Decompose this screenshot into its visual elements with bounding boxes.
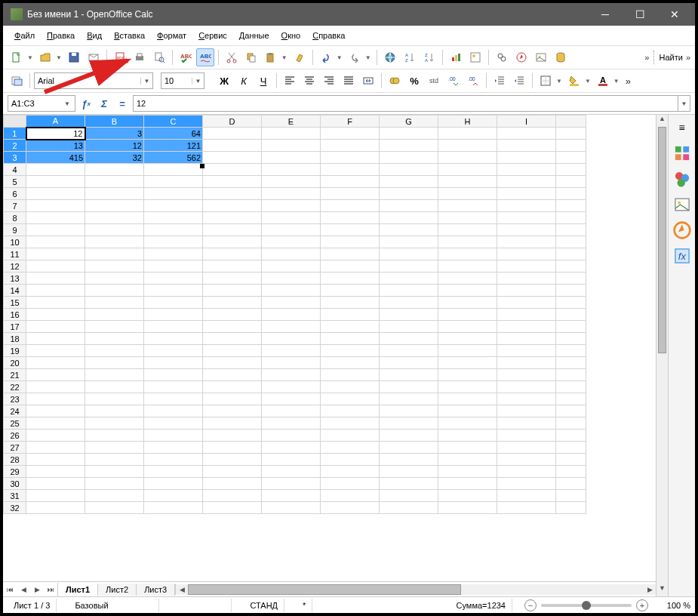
cell-I21[interactable] bbox=[497, 369, 556, 381]
cell-E1[interactable] bbox=[262, 128, 321, 140]
cell-H28[interactable] bbox=[438, 454, 497, 466]
cell-E28[interactable] bbox=[262, 454, 321, 466]
cell-H12[interactable] bbox=[438, 260, 497, 273]
cell-H13[interactable] bbox=[438, 273, 497, 285]
cell-A22[interactable] bbox=[26, 381, 85, 393]
select-all-corner[interactable] bbox=[4, 116, 26, 128]
menu-правка[interactable]: Правка bbox=[42, 29, 80, 42]
cell-B4[interactable] bbox=[85, 164, 144, 176]
sort-asc-button[interactable]: AZ bbox=[401, 48, 419, 66]
cell-B11[interactable] bbox=[85, 248, 144, 260]
cell-A26[interactable] bbox=[26, 430, 85, 442]
hscroll-thumb[interactable] bbox=[188, 584, 461, 595]
cell-C16[interactable] bbox=[144, 309, 203, 321]
cell-G22[interactable] bbox=[380, 381, 438, 393]
cell-A5[interactable] bbox=[26, 176, 85, 188]
preview-button[interactable] bbox=[150, 48, 168, 66]
sum-button[interactable]: Σ bbox=[97, 96, 112, 111]
name-box[interactable]: ▼ bbox=[8, 95, 75, 112]
cell-C6[interactable] bbox=[144, 188, 203, 200]
align-justify-button[interactable] bbox=[340, 72, 358, 90]
row-header-22[interactable]: 22 bbox=[4, 381, 26, 393]
cell-B19[interactable] bbox=[85, 345, 144, 357]
row-header-24[interactable]: 24 bbox=[4, 405, 26, 417]
cell-B14[interactable] bbox=[85, 285, 144, 297]
cell-D19[interactable] bbox=[203, 345, 262, 357]
find-overflow-button[interactable]: » bbox=[686, 53, 690, 62]
cell-G1[interactable] bbox=[380, 128, 438, 140]
cell-C21[interactable] bbox=[144, 369, 203, 381]
paste-dropdown[interactable]: ▼ bbox=[280, 54, 289, 61]
cell-I32[interactable] bbox=[497, 502, 556, 514]
cell-A32[interactable] bbox=[26, 502, 85, 514]
cell-H22[interactable] bbox=[438, 381, 497, 393]
sidebar-navigator-button[interactable] bbox=[672, 220, 692, 240]
zoom-out-button[interactable]: − bbox=[524, 599, 537, 611]
italic-button[interactable]: К bbox=[235, 72, 253, 90]
cell-C31[interactable] bbox=[144, 490, 203, 502]
cell-B10[interactable] bbox=[85, 236, 144, 248]
sidebar-functions-button[interactable]: fx bbox=[672, 246, 692, 266]
cell-C22[interactable] bbox=[144, 381, 203, 393]
cell-E10[interactable] bbox=[262, 236, 321, 248]
cell-B3[interactable]: 32 bbox=[85, 152, 144, 164]
cell-G30[interactable] bbox=[380, 478, 438, 490]
cell-H31[interactable] bbox=[438, 490, 497, 502]
cell-E9[interactable] bbox=[262, 224, 321, 236]
sidebar-menu-button[interactable]: ≡ bbox=[672, 118, 692, 137]
row-header-15[interactable]: 15 bbox=[4, 297, 26, 309]
cell-H9[interactable] bbox=[438, 224, 497, 236]
cell-F4[interactable] bbox=[321, 164, 380, 176]
cell-E30[interactable] bbox=[262, 478, 321, 490]
show-draw-button[interactable] bbox=[466, 48, 484, 66]
cell-A27[interactable] bbox=[26, 442, 85, 454]
row-header-20[interactable]: 20 bbox=[4, 357, 26, 369]
cell-C20[interactable] bbox=[144, 357, 203, 369]
cell-C15[interactable] bbox=[144, 297, 203, 309]
cell-F28[interactable] bbox=[321, 454, 380, 466]
cell-A29[interactable] bbox=[26, 466, 85, 478]
cell-E21[interactable] bbox=[262, 369, 321, 381]
sheet-tab-3[interactable]: Лист3 bbox=[137, 584, 175, 596]
cell-I25[interactable] bbox=[497, 417, 556, 430]
cell-E7[interactable] bbox=[262, 200, 321, 212]
find-replace-button[interactable] bbox=[493, 48, 511, 66]
cell-D25[interactable] bbox=[203, 417, 262, 430]
cell-B13[interactable] bbox=[85, 273, 144, 285]
cell-G32[interactable] bbox=[380, 502, 438, 514]
open-button[interactable] bbox=[36, 48, 54, 66]
cell-A12[interactable] bbox=[26, 260, 85, 273]
sort-desc-button[interactable]: ZA bbox=[420, 48, 438, 66]
cell-H24[interactable] bbox=[438, 405, 497, 417]
sheet-tab-1[interactable]: Лист1 bbox=[58, 584, 98, 596]
new-doc-dropdown[interactable]: ▼ bbox=[26, 54, 35, 61]
sidebar-properties-button[interactable] bbox=[672, 143, 692, 163]
cell-B15[interactable] bbox=[85, 297, 144, 309]
vscroll-up[interactable]: ▲ bbox=[656, 115, 668, 127]
cell-G21[interactable] bbox=[380, 369, 438, 381]
cell-E2[interactable] bbox=[262, 140, 321, 152]
cell-H2[interactable] bbox=[438, 140, 497, 152]
cell-I23[interactable] bbox=[497, 393, 556, 405]
cell-I19[interactable] bbox=[497, 345, 556, 357]
cell-F22[interactable] bbox=[321, 381, 380, 393]
align-left-button[interactable] bbox=[281, 72, 299, 90]
cell-E32[interactable] bbox=[262, 502, 321, 514]
cell-E6[interactable] bbox=[262, 188, 321, 200]
cell-B32[interactable] bbox=[85, 502, 144, 514]
font-size-dropdown[interactable]: ▼ bbox=[192, 78, 204, 85]
formatting-overflow-button[interactable]: » bbox=[626, 75, 631, 87]
cell-B16[interactable] bbox=[85, 309, 144, 321]
cell-A1[interactable]: 12 bbox=[26, 128, 85, 140]
zoom-slider[interactable] bbox=[541, 604, 632, 607]
col-header-E[interactable]: E bbox=[262, 116, 321, 128]
cell-H11[interactable] bbox=[438, 248, 497, 260]
cell-I27[interactable] bbox=[497, 442, 556, 454]
row-header-11[interactable]: 11 bbox=[4, 248, 26, 260]
cell-A30[interactable] bbox=[26, 478, 85, 490]
cell-G7[interactable] bbox=[380, 200, 438, 212]
formula-expand-button[interactable]: ▼ bbox=[678, 95, 690, 112]
cell-D13[interactable] bbox=[203, 273, 262, 285]
cell-E20[interactable] bbox=[262, 357, 321, 369]
cell-A24[interactable] bbox=[26, 405, 85, 417]
